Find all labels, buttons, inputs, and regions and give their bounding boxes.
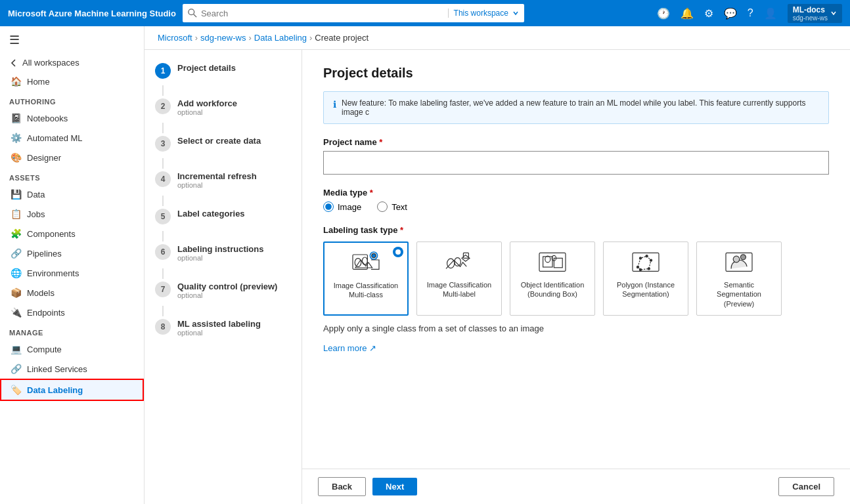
svg-rect-13 <box>543 257 552 267</box>
step-1[interactable]: 1 Project details <box>155 63 291 79</box>
sidebar-item-data[interactable]: 💾 Data <box>0 184 144 204</box>
bell-icon[interactable]: 🔔 <box>677 5 698 22</box>
environments-label: Environments <box>27 268 79 278</box>
task-card-obj-id[interactable]: Object Identification (Bounding Box) <box>510 242 595 316</box>
models-label: Models <box>27 288 55 298</box>
task-card-img-cls-multi[interactable]: Image Classification Multi-class <box>323 242 409 316</box>
media-type-image-radio[interactable] <box>323 201 334 212</box>
task-type-section: Labeling task type * <box>323 225 829 353</box>
polygon-icon <box>629 249 662 275</box>
breadcrumb-workspace[interactable]: sdg-new-ws <box>200 33 246 43</box>
sidebar-item-notebooks[interactable]: 📓 Notebooks <box>0 108 144 128</box>
back-to-workspaces[interactable]: All workspaces <box>0 54 144 72</box>
sidebar-item-compute[interactable]: 💻 Compute <box>0 339 144 359</box>
task-description: Apply only a single class from a set of … <box>323 324 829 333</box>
obj-id-icon <box>536 249 569 275</box>
sidebar-item-components[interactable]: 🧩 Components <box>0 224 144 243</box>
endpoints-label: Endpoints <box>27 308 65 318</box>
compute-label: Compute <box>27 345 62 354</box>
media-type-text-label: Text <box>391 202 407 212</box>
step-6-sub: optional <box>177 254 291 262</box>
step-5[interactable]: 5 Label categories <box>155 209 291 224</box>
sidebar-item-jobs[interactable]: 📋 Jobs <box>0 204 144 224</box>
sidebar-item-linked-services[interactable]: 🔗 Linked Services <box>0 359 144 379</box>
search-input[interactable] <box>201 9 444 18</box>
components-icon: 🧩 <box>11 228 22 239</box>
step-8[interactable]: 8 ML assisted labeling optional <box>155 319 291 337</box>
sidebar-item-endpoints[interactable]: 🔌 Endpoints <box>0 303 144 322</box>
sidebar-item-environments[interactable]: 🌐 Environments <box>0 263 144 283</box>
step-8-title: ML assisted labeling <box>177 319 291 329</box>
step-2[interactable]: 2 Add workforce optional <box>155 98 291 116</box>
media-type-text-radio[interactable] <box>377 201 388 212</box>
sidebar-item-designer[interactable]: 🎨 Designer <box>0 148 144 167</box>
project-name-label: Project name * <box>323 137 829 147</box>
svg-point-0 <box>189 9 194 15</box>
help-icon[interactable]: ? <box>744 5 757 22</box>
jobs-icon: 📋 <box>11 209 22 219</box>
breadcrumb-data-labeling[interactable]: Data Labeling <box>254 33 307 43</box>
media-type-label: Media type * <box>323 188 829 198</box>
learn-more-link[interactable]: Learn more ↗ <box>323 343 376 353</box>
sidebar-item-data-labeling[interactable]: 🏷️ Data Labeling <box>0 379 144 401</box>
workspace-selector[interactable]: This workspace <box>448 9 508 18</box>
svg-point-4 <box>362 257 367 264</box>
learn-more-label: Learn more <box>323 343 367 353</box>
project-name-section: Project name * <box>323 137 829 175</box>
sidebar-item-home[interactable]: 🏠 Home <box>0 72 144 91</box>
avatar-icon[interactable]: 👤 <box>760 5 781 22</box>
svg-point-21 <box>646 255 648 257</box>
chat-icon[interactable]: 💬 <box>720 5 741 22</box>
step-3[interactable]: 3 Select or create data <box>155 136 291 152</box>
step-1-text: Project details <box>177 63 291 73</box>
step-7-text: Quality control (preview) optional <box>177 282 291 299</box>
breadcrumb: Microsoft › sdg-new-ws › Data Labeling ›… <box>145 26 850 50</box>
step-4-text: Incremental refresh optional <box>177 171 291 189</box>
step-2-title: Add workforce <box>177 98 291 108</box>
clock-icon[interactable]: 🕐 <box>653 5 674 22</box>
media-type-radio-group: Image Text <box>323 201 829 212</box>
breadcrumb-sep-1: › <box>195 33 198 43</box>
media-type-text[interactable]: Text <box>377 201 407 212</box>
step-4[interactable]: 4 Incremental refresh optional <box>155 171 291 189</box>
user-name: ML-docs <box>793 5 828 14</box>
breadcrumb-sep-3: › <box>309 33 312 43</box>
automated-ml-icon: ⚙️ <box>11 133 22 143</box>
info-banner-text: New feature: To make labeling faster, we… <box>342 98 819 117</box>
task-card-polygon[interactable]: Polygon (Instance Segmentation) <box>603 242 688 316</box>
sidebar-item-automated-ml[interactable]: ⚙️ Automated ML <box>0 128 144 148</box>
task-type-label: Labeling task type * <box>323 225 829 235</box>
breadcrumb-microsoft[interactable]: Microsoft <box>158 33 192 43</box>
img-cls-multi-label: Image Classification Multi-class <box>331 281 401 300</box>
user-chevron-icon <box>830 10 837 16</box>
task-cards: Image Classification Multi-class <box>323 242 829 316</box>
step-5-title: Label categories <box>177 209 291 219</box>
task-card-semantic[interactable]: Semantic Segmentation (Preview) <box>696 242 782 316</box>
sidebar: ☰ All workspaces 🏠 Home Authoring 📓 Note… <box>0 26 145 504</box>
jobs-label: Jobs <box>27 209 45 219</box>
compute-icon: 💻 <box>11 344 22 354</box>
back-button[interactable]: Back <box>318 477 366 496</box>
user-menu[interactable]: ML-docs sdg-new-ws <box>788 4 842 23</box>
step-6[interactable]: 6 Labeling instructions optional <box>155 244 291 262</box>
search-bar[interactable]: This workspace <box>183 4 524 22</box>
sidebar-item-pipelines[interactable]: 🔗 Pipelines <box>0 243 144 263</box>
hamburger-button[interactable]: ☰ <box>0 26 144 54</box>
footer-bar: Back Next Cancel <box>302 469 850 504</box>
step-4-title: Incremental refresh <box>177 171 291 181</box>
step-7[interactable]: 7 Quality control (preview) optional <box>155 282 291 299</box>
data-icon: 💾 <box>11 189 22 200</box>
cancel-button[interactable]: Cancel <box>778 477 834 496</box>
task-card-img-cls-label[interactable]: Image Classification Multi-label <box>416 242 502 316</box>
svg-point-7 <box>372 253 376 257</box>
step-4-circle: 4 <box>155 171 171 187</box>
sidebar-item-models[interactable]: 📦 Models <box>0 283 144 303</box>
next-button[interactable]: Next <box>372 478 417 495</box>
media-type-image[interactable]: Image <box>323 201 361 212</box>
gear-icon[interactable]: ⚙ <box>700 5 717 22</box>
user-workspace: sdg-new-ws <box>793 14 828 22</box>
project-name-input[interactable] <box>323 151 829 175</box>
step-5-text: Label categories <box>177 209 291 219</box>
step-2-sub: optional <box>177 108 291 116</box>
step-3-circle: 3 <box>155 136 171 152</box>
